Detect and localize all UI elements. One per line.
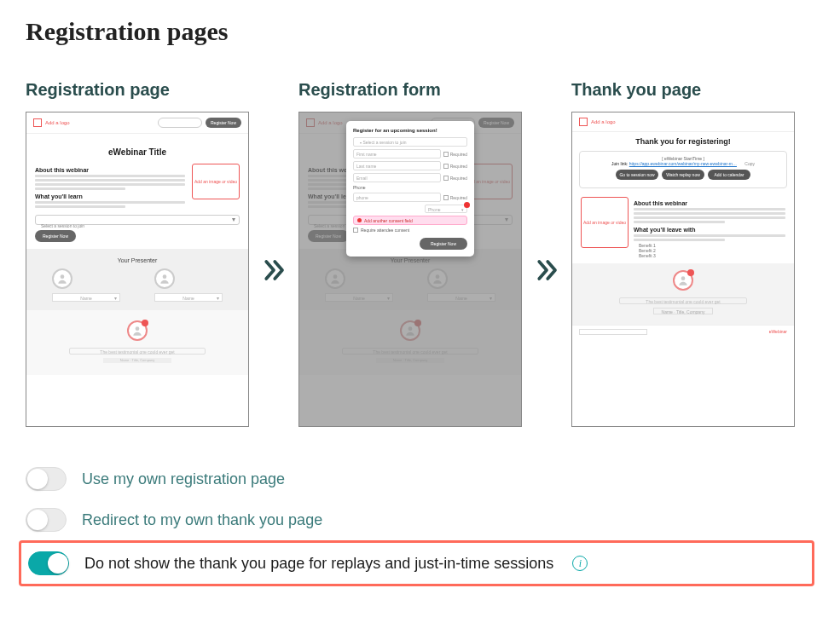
register-now-button: Register Now [420, 238, 467, 250]
toggle-redirect-thank-you: Redirect to my own thank you page [26, 499, 814, 540]
registration-form-preview[interactable]: Add a logo Register Now eWebinar Title A… [298, 112, 522, 427]
avatar [52, 268, 72, 289]
previews-row: Registration page Add a logo Register No… [26, 80, 814, 428]
testimonial-author: Name · Title, Company [653, 308, 713, 314]
toggle-label: Redirect to my own thank you page [82, 511, 322, 529]
testimonial-text: The best testimonial one could ever get [619, 297, 747, 304]
presenter-name: Name [52, 293, 120, 302]
toggle-switch[interactable] [26, 467, 67, 491]
registration-form-modal: Register for an upcoming session! ▾ Sele… [346, 121, 474, 257]
footer-input [579, 329, 647, 335]
about-heading: About this webinar [634, 200, 785, 206]
leave-with-heading: What you'll leave with [634, 227, 785, 233]
testimonial-text: The best testimonial one could ever get [69, 348, 206, 355]
image-placeholder: Add an image or video [581, 197, 629, 248]
registration-page-column: Registration page Add a logo Register No… [26, 80, 249, 427]
modal-title: Register for an upcoming session! [353, 128, 467, 133]
phone-label: Phone [353, 185, 467, 190]
join-link: https://app.ewebinar.com/webinar/my-new-… [629, 161, 737, 166]
watch-replay-button: Watch replay now [662, 170, 704, 180]
registration-form-column: Registration form Add a logo Register No… [298, 80, 522, 427]
add-to-calendar-button: Add to calendar [708, 170, 750, 180]
testimonial-avatar [673, 270, 693, 291]
column-heading: Registration page [26, 80, 249, 100]
toggle-switch[interactable] [26, 508, 67, 532]
session-select-field: ▾ Select a session to join [353, 137, 467, 147]
register-now-button: Register Now [206, 118, 241, 128]
logo-placeholder: Add a logo [33, 118, 70, 127]
registration-page-preview[interactable]: Add a logo Register Now eWebinar Title A… [26, 112, 249, 427]
toggle-switch[interactable] [28, 551, 69, 575]
webinar-title: eWebinar Title [35, 147, 240, 157]
arrow-icon [261, 112, 287, 428]
session-select: Select a session to join [35, 215, 240, 225]
toggle-label: Use my own registration page [82, 470, 285, 488]
toggle-label: Do not show the thank you page for repla… [84, 555, 553, 573]
presenter-name: Name [154, 293, 223, 302]
info-icon[interactable]: i [572, 556, 588, 571]
toggle-own-registration-page: Use my own registration page [26, 458, 814, 499]
register-now-button: Register Now [35, 230, 76, 242]
learn-heading: What you'll learn [35, 193, 185, 199]
consent-error: Add another consent field [353, 216, 467, 225]
svg-point-0 [61, 274, 65, 279]
testimonial-avatar [127, 320, 148, 341]
about-heading: About this webinar [35, 167, 185, 173]
last-name-field: Last name [353, 161, 441, 170]
page-title: Registration pages [26, 17, 814, 46]
benefit-item: Benefit 3 [639, 253, 785, 258]
go-to-session-button: Go to session now [616, 170, 658, 180]
presenter-heading: Your Presenter [35, 257, 240, 263]
toggle-hide-thank-you-replays: Do not show the thank you page for repla… [19, 540, 814, 586]
settings-toggles: Use my own registration page Redirect to… [26, 458, 814, 586]
footer-brand: eWebinar [769, 329, 787, 335]
phone-field: phone [353, 193, 441, 202]
thank-you-page-preview[interactable]: Add a logo Thank you for registering! [ … [571, 112, 795, 427]
header-button-light [158, 118, 202, 128]
thank-you-title: Thank you for registering! [572, 137, 794, 146]
phone-type-select: Phone▾ [425, 205, 467, 213]
email-field: Email [353, 173, 441, 182]
image-placeholder: Add an image or video [192, 164, 240, 199]
thank-you-page-column: Thank you page Add a logo Thank you for … [571, 80, 795, 427]
svg-point-1 [163, 274, 167, 279]
testimonial-author: Name · Title, Company [103, 358, 171, 363]
column-heading: Registration form [298, 80, 522, 100]
column-heading: Thank you page [571, 80, 795, 100]
avatar [154, 268, 175, 289]
consent-checkbox-label: Require attendee consent [361, 228, 409, 233]
svg-point-6 [681, 276, 686, 280]
arrow-icon [534, 112, 559, 428]
first-name-field: First name [353, 149, 441, 159]
svg-point-2 [136, 326, 140, 331]
